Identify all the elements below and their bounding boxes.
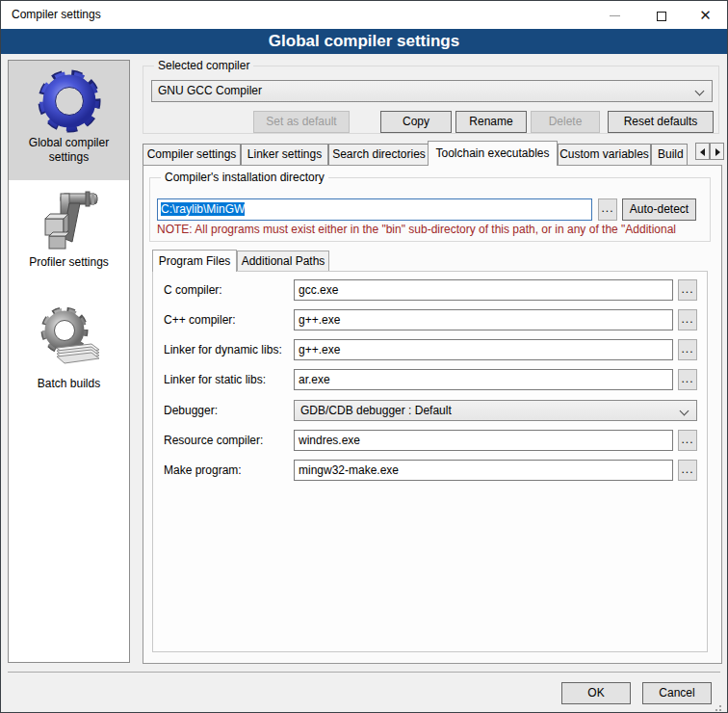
arrow-right-icon: [715, 148, 720, 156]
arrow-left-icon: [700, 148, 705, 156]
window-title: Compiler settings: [12, 1, 101, 29]
minimize-icon: [610, 15, 620, 16]
compiler-select[interactable]: GNU GCC Compiler: [151, 80, 713, 102]
maximize-button[interactable]: [646, 1, 676, 29]
sidebar-label: Profiler settings: [9, 255, 129, 270]
resource-compiler-input[interactable]: [294, 430, 673, 451]
reset-defaults-button[interactable]: Reset defaults: [608, 111, 714, 133]
tab-build-options[interactable]: Build options: [651, 144, 688, 165]
linker-static-label: Linker for static libs:: [164, 369, 266, 390]
cpp-compiler-browse-button[interactable]: ...: [678, 309, 697, 330]
tab-linker-settings[interactable]: Linker settings: [241, 144, 328, 165]
sidebar-label: Global compiler: [9, 136, 129, 150]
chevron-down-icon: [695, 87, 705, 96]
copy-button[interactable]: Copy: [380, 111, 452, 133]
tab-custom-variables[interactable]: Custom variables: [558, 144, 651, 165]
sidebar-label: settings: [9, 150, 129, 165]
installation-directory-group-label: Compiler's installation directory: [161, 171, 328, 185]
installation-directory-input[interactable]: C:\raylib\MinGW: [157, 198, 592, 221]
linker-dynamic-browse-button[interactable]: ...: [678, 339, 697, 360]
subtab-additional-paths[interactable]: Additional Paths: [237, 251, 329, 272]
ok-button[interactable]: OK: [561, 682, 631, 704]
linker-dynamic-input[interactable]: [294, 339, 673, 360]
delete-button: Delete: [531, 111, 600, 133]
linker-static-input[interactable]: [294, 369, 673, 390]
sidebar-item-global-compiler-settings[interactable]: Global compiler settings: [9, 61, 129, 180]
note-text: NOTE: All programs must exist either in …: [157, 223, 709, 237]
footer-divider: [8, 672, 720, 673]
resource-compiler-browse-button[interactable]: ...: [678, 430, 697, 451]
tab-search-directories[interactable]: Search directories: [328, 144, 429, 165]
make-program-browse-button[interactable]: ...: [678, 460, 697, 481]
linker-static-browse-button[interactable]: ...: [678, 369, 697, 390]
maximize-icon: [657, 12, 666, 21]
installation-directory-browse-button[interactable]: ...: [598, 198, 617, 221]
sidebar-label: Batch builds: [9, 377, 129, 391]
c-compiler-browse-button[interactable]: ...: [678, 279, 697, 301]
gray-gear-stack-icon: [36, 304, 103, 371]
c-compiler-label: C compiler:: [164, 279, 222, 301]
resize-grip[interactable]: [719, 705, 721, 707]
compiler-select-value: GNU GCC Compiler: [158, 84, 262, 97]
cpp-compiler-label: C++ compiler:: [164, 309, 236, 330]
debugger-select-value: GDB/CDB debugger : Default: [300, 404, 452, 417]
set-as-default-button: Set as default: [253, 111, 350, 133]
installation-directory-value: C:\raylib\MinGW: [161, 202, 245, 216]
cpp-compiler-input[interactable]: [294, 309, 673, 330]
subtab-program-files[interactable]: Program Files: [152, 250, 237, 272]
caliper-icon: [38, 188, 101, 251]
minimize-button: [600, 1, 630, 29]
close-button[interactable]: ✕: [690, 1, 720, 29]
tab-scroll-left-button[interactable]: [695, 143, 710, 160]
selected-compiler-group-label: Selected compiler: [154, 59, 253, 73]
title-bar: Compiler settings ✕: [1, 1, 727, 29]
linker-dynamic-label: Linker for dynamic libs:: [164, 339, 282, 360]
close-icon: ✕: [699, 7, 712, 23]
debugger-select[interactable]: GDB/CDB debugger : Default: [294, 400, 697, 421]
chevron-down-icon: [680, 407, 689, 416]
cancel-button[interactable]: Cancel: [642, 682, 712, 704]
tab-toolchain-executables[interactable]: Toolchain executables: [428, 141, 558, 166]
auto-detect-button[interactable]: Auto-detect: [622, 198, 696, 221]
make-program-input[interactable]: [294, 460, 673, 481]
tab-scroll-right-button[interactable]: [710, 143, 724, 160]
resource-compiler-label: Resource compiler:: [164, 430, 263, 451]
rename-button[interactable]: Rename: [455, 111, 527, 133]
sidebar-item-batch-builds[interactable]: Batch builds: [9, 284, 129, 400]
make-program-label: Make program:: [164, 460, 242, 481]
settings-category-list: Global compiler settings Profiler setti: [8, 60, 130, 663]
dialog-banner: Global compiler settings: [1, 29, 727, 54]
c-compiler-input[interactable]: [294, 279, 673, 301]
sidebar-item-profiler-settings[interactable]: Profiler settings: [9, 180, 129, 284]
debugger-label: Debugger:: [164, 400, 218, 421]
tab-compiler-settings[interactable]: Compiler settings: [143, 144, 241, 165]
blue-gear-icon: [35, 66, 104, 136]
